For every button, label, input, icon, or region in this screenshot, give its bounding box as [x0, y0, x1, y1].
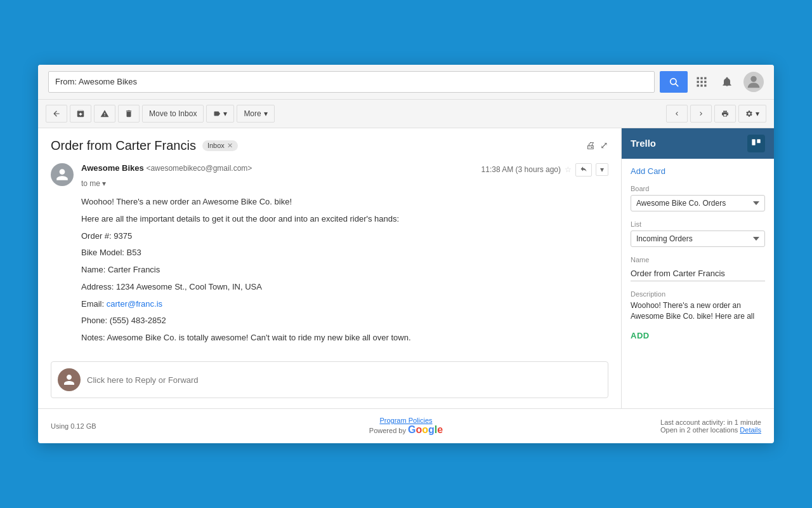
description-label: Description — [631, 290, 765, 298]
svg-rect-3 — [700, 77, 702, 79]
details-link[interactable]: Details — [740, 426, 761, 434]
inbox-badge: Inbox ✕ — [202, 140, 238, 151]
email-panel: Order from Carter Francis Inbox ✕ 🖨 ⤢ — [38, 128, 622, 408]
move-to-inbox-label: Move to Inbox — [149, 109, 197, 118]
program-policies-link[interactable]: Program Policies — [379, 417, 432, 424]
archive-button[interactable] — [70, 105, 91, 123]
sender-info: Awesome Bikes <awesomebikeco@gmail.com> — [81, 163, 252, 173]
email-line-1: Woohoo! There's a new order an Awesome B… — [81, 196, 608, 209]
trello-name-label: Name — [631, 256, 765, 264]
email-line-2: Here are all the important details to ge… — [81, 213, 608, 226]
google-logo: Google — [408, 424, 443, 436]
footer-storage: Using 0.12 GB — [51, 422, 287, 430]
more-actions-button[interactable]: ▾ — [596, 163, 608, 176]
trello-name-input[interactable] — [631, 266, 765, 281]
to-me-label[interactable]: to me ▾ — [81, 179, 608, 188]
top-bar — [38, 65, 774, 100]
svg-rect-4 — [704, 77, 706, 79]
reply-avatar — [58, 368, 81, 391]
list-select[interactable]: Incoming Orders — [631, 231, 765, 247]
reply-person-icon — [63, 373, 75, 386]
add-card-button[interactable]: Add Card — [631, 166, 765, 176]
powered-by-text: Powered by — [369, 427, 406, 434]
description-text: Woohoo! There's a new order an Awesome B… — [631, 300, 765, 322]
open-locations-text: Open in 2 other locations — [660, 426, 738, 434]
last-activity-text: Last account activity: in 1 minute — [660, 418, 761, 426]
chevron-right-icon — [697, 110, 705, 117]
avatar[interactable] — [743, 72, 764, 92]
print-action-icon[interactable]: 🖨 — [586, 140, 595, 151]
chevron-left-icon — [673, 110, 681, 117]
email-actions-right: 🖨 ⤢ — [586, 140, 608, 151]
more-button[interactable]: More ▾ — [237, 105, 274, 123]
delete-button[interactable] — [118, 105, 140, 123]
avatar-icon — [745, 73, 763, 91]
email-text-body: Woohoo! There's a new order an Awesome B… — [81, 196, 608, 345]
svg-line-1 — [676, 84, 678, 86]
notifications-button[interactable] — [718, 73, 736, 91]
warning-icon — [100, 109, 109, 118]
email-customer-name: Name: Carter Francis — [81, 264, 608, 277]
search-button[interactable] — [660, 71, 688, 93]
reply-icon-button[interactable] — [575, 163, 592, 177]
print-button[interactable] — [714, 105, 736, 123]
board-select[interactable]: Awesome Bike Co. Orders — [631, 195, 765, 211]
email-timestamp: 11:38 AM (3 hours ago) — [481, 165, 561, 174]
svg-rect-12 — [752, 139, 755, 145]
footer-center: Program Policies Powered by Google — [287, 417, 524, 436]
inbox-badge-label: Inbox — [207, 142, 225, 149]
person-icon — [55, 168, 69, 182]
more-dropdown-icon: ▾ — [264, 109, 268, 118]
board-section: Board Awesome Bike Co. Orders — [631, 185, 765, 211]
trash-icon — [124, 109, 133, 118]
trello-board-icon — [751, 138, 761, 149]
back-arrow-icon — [52, 109, 61, 118]
email-body: Awesome Bikes <awesomebikeco@gmail.com> … — [81, 163, 608, 349]
spam-button[interactable] — [94, 105, 115, 123]
list-label: List — [631, 220, 765, 228]
svg-rect-2 — [697, 77, 699, 79]
svg-rect-7 — [704, 81, 706, 83]
email-address: Address: 1234 Awesome St., Cool Town, IN… — [81, 281, 608, 294]
apps-icon — [695, 76, 708, 88]
settings-button[interactable]: ▾ — [738, 105, 766, 123]
prev-email-button[interactable] — [666, 105, 688, 123]
search-input[interactable] — [48, 71, 655, 93]
reply-input[interactable] — [87, 368, 601, 391]
labels-dropdown-icon: ▾ — [223, 109, 227, 118]
email-header-row: Awesome Bikes <awesomebikeco@gmail.com> … — [81, 163, 608, 177]
settings-dropdown-icon: ▾ — [756, 109, 759, 118]
inbox-badge-close[interactable]: ✕ — [227, 142, 233, 150]
gear-icon — [745, 110, 753, 117]
trello-header: Trello — [622, 128, 774, 159]
svg-rect-10 — [704, 84, 706, 86]
email-subject: Order from Carter Francis — [51, 138, 196, 153]
expand-action-icon[interactable]: ⤢ — [600, 140, 608, 151]
toolbar: Move to Inbox ▾ More ▾ — [38, 100, 774, 128]
move-to-inbox-button[interactable]: Move to Inbox — [142, 105, 204, 123]
apps-icon-button[interactable] — [693, 73, 710, 91]
star-icon[interactable]: ☆ — [565, 165, 572, 174]
name-section: Name — [631, 256, 765, 281]
email-email-row: Email: carter@franc.is — [81, 298, 608, 311]
more-label: More — [244, 109, 261, 118]
board-label: Board — [631, 185, 765, 192]
svg-rect-13 — [757, 139, 760, 143]
reply-arrow-icon — [580, 165, 587, 173]
svg-rect-6 — [700, 81, 702, 83]
storage-text: Using 0.12 GB — [51, 422, 96, 430]
trello-body: Add Card Board Awesome Bike Co. Orders L… — [622, 159, 774, 348]
sender-email: <awesomebikeco@gmail.com> — [146, 164, 252, 173]
description-section: Description Woohoo! There's a new order … — [631, 290, 765, 322]
back-button[interactable] — [46, 105, 67, 123]
next-email-button[interactable] — [690, 105, 712, 123]
reply-box — [51, 361, 608, 398]
trello-title: Trello — [631, 138, 656, 149]
add-submit-button[interactable]: ADD — [631, 331, 765, 340]
label-icon — [213, 110, 221, 117]
email-link[interactable]: carter@franc.is — [107, 299, 162, 309]
sender-name: Awesome Bikes — [81, 163, 144, 173]
labels-button[interactable]: ▾ — [206, 105, 234, 123]
trello-logo-icon[interactable] — [747, 135, 765, 152]
list-section: List Incoming Orders — [631, 220, 765, 247]
